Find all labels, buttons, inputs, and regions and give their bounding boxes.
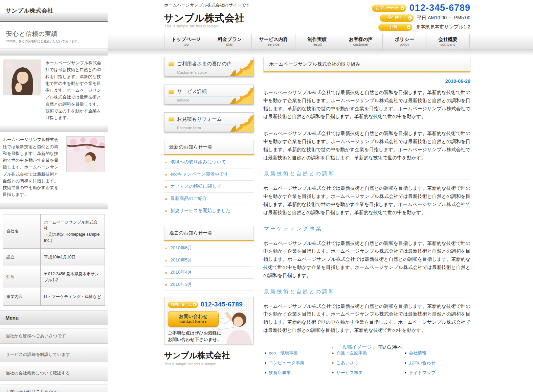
footer-link-item[interactable]: ●サイトマップ (404, 370, 470, 376)
address-label: 住所 (390, 25, 397, 29)
chevron-icon: » (165, 270, 167, 275)
pill-arrow-icon: ▸ (193, 303, 197, 306)
pill-arrow-icon: ▸ (401, 6, 404, 10)
footer-logo: サンプル株式会社 This is sample site this is sam… (164, 350, 265, 379)
news-link: オフィスの移転に関して (170, 183, 221, 189)
yellow-square-icon (169, 117, 174, 121)
nav-item-top[interactable]: トップページtop (164, 34, 208, 49)
nav-item-service[interactable]: サービス内容service (251, 34, 295, 49)
contact-banner: お問い合わせ▸ 012-345-6789 お問い合わせ contact form… (164, 297, 254, 344)
row-label: 事業内容 (3, 288, 41, 305)
banner-customer-voice[interactable]: ご利用者さまの喜びの声 Customer's voice (164, 57, 254, 76)
section-heading: 最新技術と自然との調和 (263, 289, 470, 298)
sidebar-divider (0, 125, 108, 132)
nav-item-plan[interactable]: 料金プランplan (208, 34, 251, 49)
contact-banner-note: ご不明な点はぜひお気軽に お問い合わせ下さいませ。 (168, 330, 250, 343)
footer-link-item[interactable]: ●介護・医療事業 (332, 350, 399, 356)
news-item[interactable]: »最新商品のご紹介 (164, 193, 254, 205)
chevron-icon: » (165, 246, 167, 251)
nav-item-policy[interactable]: ポリシーpolicy (382, 34, 426, 49)
archive-item[interactable]: »2010年3月 (164, 279, 254, 291)
footer-link-item[interactable]: ●コンピュータ事業 (265, 360, 332, 366)
cherry-blossom-photo (66, 136, 105, 172)
table-row: 事業内容 IT・マーケティング・福祉など (3, 288, 105, 305)
yellow-square-icon (169, 89, 174, 94)
intro-text: ホームページサンプル株式会社では最新技術と自然との調和を目指します。革新的な技術… (3, 136, 62, 198)
news-item[interactable]: »環境への取り組みについて (164, 156, 254, 168)
banner-estimate-form[interactable]: お見積もりフォーム Estimate form (164, 112, 254, 132)
nav-item-customer[interactable]: お客様の声customer (339, 34, 382, 49)
row-label: 住所 (3, 266, 41, 288)
section-heading: マーケティング事業 (263, 226, 470, 235)
banner-service-detail[interactable]: サービス詳細 service (164, 85, 254, 104)
archive-item[interactable]: »2010年4月 (164, 267, 254, 279)
news-item[interactable]: »新規サービスを開始しました (164, 205, 254, 217)
chevron-icon: » (165, 184, 167, 189)
archive-link: 2010年6月 (170, 245, 192, 251)
section-paragraph: ホームページサンプル株式会社では最新技術と自然との調和を目指します。革新的な技術… (263, 184, 470, 216)
nav-label: トップページ (164, 36, 208, 42)
footer-column-info: ●介護・医療事業 ●ごあいさつ ●サービス概要 (332, 350, 399, 379)
nav-label: 会社概要 (426, 36, 469, 42)
footer-link-item[interactable]: ●サービス概要 (332, 370, 399, 376)
archive-link: 2010年3月 (170, 281, 192, 287)
prev-article-link[interactable]: 投稿イメージ (342, 344, 372, 350)
news-item[interactable]: »ecoキャンペーン開催中です (164, 168, 254, 181)
footer-link-item[interactable]: ●ごあいさつ (332, 360, 399, 366)
archive-item[interactable]: »2010年6月 (164, 242, 254, 254)
sidebar-intro-block-2: ホームページサンプル株式会社では最新技術と自然との調和を目指します。革新的な技術… (0, 132, 108, 202)
footer-link-item[interactable]: ●eco・環境事業 (265, 350, 332, 356)
address-value: 見本県見本市サンプル1-2 (416, 24, 470, 30)
site-logo-subtitle: This is sample site this is sample (164, 24, 219, 28)
site-logo[interactable]: サンプル株式会社 (164, 11, 245, 25)
sidebar-menu-item-company[interactable]: 当社の会社概要について確認する (0, 366, 108, 381)
sidebar-menu-item-service[interactable]: サービスの詳細を解説しています (0, 347, 108, 362)
section-paragraph: ホームページサンプル株式会社では最新技術と自然との調和を目指します。革新的な技術… (263, 302, 470, 335)
hours-label-pill: 受付時間▸ (380, 14, 414, 22)
sidebar-divider (0, 48, 108, 55)
news-item[interactable]: »オフィスの移転に関して (164, 181, 254, 193)
sidebar-logo-title: サンプル株式会社 (5, 7, 102, 15)
footer-link: eco・環境事業 (269, 350, 298, 356)
table-row: 会社名 ホームページサンプル株式会社 （英語表記 Homepage sample… (3, 214, 105, 248)
bullet-icon: ● (404, 361, 406, 365)
sidebar-menu-item-greeting[interactable]: 当社から皆様へごあいさつです (0, 328, 108, 344)
header-contact: お問い合わせ▸ 012-345-6789 受付時間▸ 平日 AM10:00 ～ … (372, 3, 470, 32)
nav-sub: policy (383, 42, 426, 46)
footer-link: 介護・医療事業 (336, 350, 367, 356)
nav-sub: company (426, 42, 469, 46)
footer-link: サービス概要 (336, 370, 363, 376)
footer-column-site: ●会社情報 ●お問い合わせ ●サイトマップ (404, 350, 470, 379)
hours-value: 平日 AM10:00 ～ PM5:00 (417, 15, 470, 21)
archive-item[interactable]: »2010年5月 (164, 254, 254, 267)
tagline-subtitle: 20年間、多くのお客様にご愛顧いただいております。 (6, 39, 102, 44)
main-nav: トップページtop 料金プランplan サービス内容service 制作実績re… (108, 34, 533, 49)
menu-heading: Menu (0, 310, 108, 325)
footer-logo-title: サンプル株式会社 (164, 350, 265, 361)
row-value: 〒012-3456 見本県見本市サンプル1-2 (41, 266, 105, 288)
row-value: ホームページサンプル株式会社 (44, 219, 101, 231)
article-title: ホームページサンプル株式会社の取り組み (263, 57, 470, 72)
note-line-1: ご不明な点はぜひお気軽に (168, 330, 250, 337)
nav-item-result[interactable]: 制作実績result (295, 34, 339, 49)
sidebar-menu-item-contact[interactable]: お問い合わせはこちらから (0, 384, 108, 392)
footer-link: 会社情報 (409, 350, 426, 356)
contact-pill-label: お問い合わせ (171, 302, 192, 306)
footer-link-item[interactable]: ●お問い合わせ (404, 360, 470, 366)
nav-label: お客様の声 (339, 36, 382, 42)
footer-link-item[interactable]: ●飲食店事業 (265, 370, 332, 376)
contact-form-button[interactable]: お問い合わせ contact form ▸ (168, 311, 219, 327)
archive-list: »2010年6月 »2010年5月 »2010年4月 »2010年3月 (164, 242, 254, 291)
footer-link: ごあいさつ (336, 360, 359, 366)
footer-link-item[interactable]: ●会社情報 (404, 350, 470, 356)
site-note: ホームページサンプル株式会社のサイトです (164, 2, 250, 8)
bullet-icon: ● (265, 361, 266, 365)
chevron-icon: » (165, 160, 167, 165)
contact-pill: お問い合わせ▸ (168, 301, 198, 308)
bullet-icon: ● (332, 371, 334, 374)
section-paragraph: ホームページサンプル株式会社では最新技術と自然との調和を目指します。革新的な技術… (263, 239, 470, 280)
intro-text: ホームページサンプル株式会社では最新技術と自然との調和を目指します。革新的な技術… (45, 60, 105, 121)
table-row: 住所 〒012-3456 見本県見本市サンプル1-2 (3, 266, 105, 288)
footer: サンプル株式会社 This is sample site this is sam… (164, 350, 470, 392)
nav-item-company[interactable]: 会社概要company (426, 34, 470, 49)
